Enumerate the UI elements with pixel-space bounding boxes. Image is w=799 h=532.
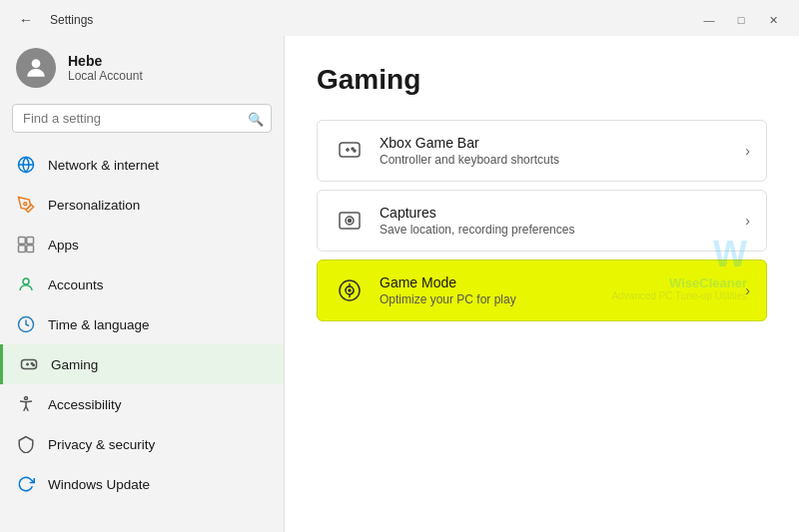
title-bar-left: ← Settings	[12, 6, 93, 34]
xbox-game-bar-icon	[334, 135, 366, 167]
setting-card-desc-xbox-game-bar: Controller and keyboard shortcuts	[380, 153, 559, 167]
nav-list: Network & internet Personalization Apps …	[0, 145, 284, 504]
sidebar-item-label-time-language: Time & language	[48, 317, 150, 332]
settings-cards: Xbox Game Bar Controller and keyboard sh…	[317, 120, 767, 321]
sidebar-item-label-privacy-security: Privacy & security	[48, 437, 155, 452]
content-wrapper: Gaming Xbox Game Bar Controller and keyb…	[317, 64, 767, 321]
back-button[interactable]: ←	[12, 6, 40, 34]
svg-point-18	[352, 148, 354, 150]
time-language-icon	[16, 314, 36, 334]
svg-rect-3	[19, 238, 26, 245]
accounts-icon	[16, 274, 36, 294]
sidebar-item-label-apps: Apps	[48, 238, 79, 253]
sidebar-item-label-accounts: Accounts	[48, 277, 104, 292]
sidebar-item-label-network: Network & internet	[48, 158, 159, 173]
user-name: Hebe	[68, 53, 143, 69]
personalization-icon	[16, 195, 36, 215]
privacy-security-icon	[16, 434, 36, 454]
sidebar-item-privacy-security[interactable]: Privacy & security	[0, 424, 284, 464]
svg-point-14	[25, 397, 28, 400]
setting-card-game-mode[interactable]: Game Mode Optimize your PC for play ›	[317, 260, 767, 321]
captures-icon	[334, 205, 366, 237]
content-area: Gaming Xbox Game Bar Controller and keyb…	[285, 36, 799, 532]
maximize-button[interactable]: □	[727, 9, 755, 31]
gaming-icon	[19, 354, 39, 374]
main-content: Hebe Local Account 🔍 Network & internet …	[0, 36, 799, 532]
svg-point-25	[349, 289, 351, 291]
setting-card-desc-game-mode: Optimize your PC for play	[380, 292, 516, 306]
user-info: Hebe Local Account	[68, 53, 143, 83]
setting-card-title-captures: Captures	[380, 205, 574, 221]
setting-card-left-captures: Captures Save location, recording prefer…	[334, 205, 574, 237]
sidebar-item-accessibility[interactable]: Accessibility	[0, 384, 284, 424]
svg-point-13	[33, 364, 35, 366]
minimize-button[interactable]: —	[695, 9, 723, 31]
app-title: Settings	[50, 13, 93, 27]
svg-point-19	[354, 150, 356, 152]
sidebar-item-apps[interactable]: Apps	[0, 225, 284, 265]
sidebar-item-windows-update[interactable]: Windows Update	[0, 464, 284, 504]
sidebar-item-label-personalization: Personalization	[48, 198, 140, 213]
windows-update-icon	[16, 474, 36, 494]
setting-card-title-xbox-game-bar: Xbox Game Bar	[380, 135, 559, 151]
sidebar-item-time-language[interactable]: Time & language	[0, 304, 284, 344]
svg-point-22	[349, 220, 352, 223]
accessibility-icon	[16, 394, 36, 414]
svg-point-7	[23, 278, 29, 284]
chevron-right-icon-xbox-game-bar: ›	[745, 143, 750, 159]
sidebar-item-personalization[interactable]: Personalization	[0, 185, 284, 225]
game-mode-icon	[334, 274, 366, 306]
page-title: Gaming	[317, 64, 767, 96]
svg-point-2	[24, 203, 27, 206]
svg-rect-4	[27, 238, 34, 245]
sidebar: Hebe Local Account 🔍 Network & internet …	[0, 36, 285, 532]
apps-icon	[16, 235, 36, 255]
sidebar-item-label-accessibility: Accessibility	[48, 397, 122, 412]
svg-rect-6	[27, 246, 34, 253]
title-bar: ← Settings — □ ✕	[0, 0, 799, 36]
chevron-right-icon-captures: ›	[745, 213, 750, 229]
network-icon	[16, 155, 36, 175]
setting-card-xbox-game-bar[interactable]: Xbox Game Bar Controller and keyboard sh…	[317, 120, 767, 182]
search-icon: 🔍	[248, 111, 264, 126]
sidebar-item-network[interactable]: Network & internet	[0, 145, 284, 185]
setting-card-text-game-mode: Game Mode Optimize your PC for play	[380, 274, 516, 306]
setting-card-title-game-mode: Game Mode	[380, 274, 516, 290]
user-profile: Hebe Local Account	[0, 36, 284, 104]
sidebar-item-gaming[interactable]: Gaming	[0, 344, 284, 384]
setting-card-captures[interactable]: Captures Save location, recording prefer…	[317, 190, 767, 252]
setting-card-text-captures: Captures Save location, recording prefer…	[380, 205, 574, 237]
setting-card-desc-captures: Save location, recording preferences	[380, 223, 574, 237]
sidebar-item-label-windows-update: Windows Update	[48, 477, 150, 492]
user-account-type: Local Account	[68, 69, 143, 83]
setting-card-text-xbox-game-bar: Xbox Game Bar Controller and keyboard sh…	[380, 135, 559, 167]
svg-rect-5	[19, 246, 26, 253]
svg-point-0	[32, 59, 41, 68]
search-input[interactable]	[12, 104, 272, 133]
search-bar: 🔍	[12, 104, 272, 133]
window-controls: — □ ✕	[695, 9, 787, 31]
chevron-right-icon-game-mode: ›	[745, 282, 750, 298]
setting-card-left-xbox-game-bar: Xbox Game Bar Controller and keyboard sh…	[334, 135, 559, 167]
close-button[interactable]: ✕	[759, 9, 787, 31]
sidebar-item-accounts[interactable]: Accounts	[0, 265, 284, 304]
sidebar-item-label-gaming: Gaming	[51, 357, 98, 372]
setting-card-left-game-mode: Game Mode Optimize your PC for play	[334, 274, 516, 306]
avatar	[16, 48, 56, 88]
